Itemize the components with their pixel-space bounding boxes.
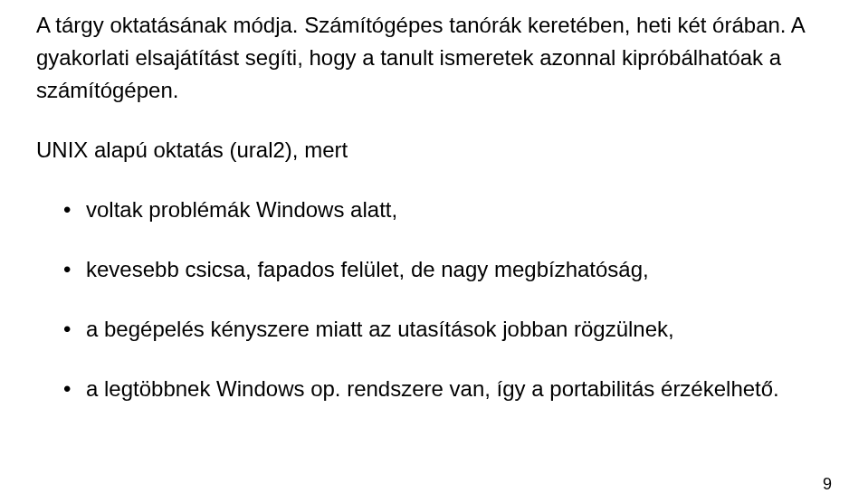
list-item: kevesebb csicsa, fapados felület, de nag…	[63, 253, 832, 286]
bullet-list: voltak problémák Windows alatt, kevesebb…	[36, 194, 832, 405]
list-item: a begépelés kényszere miatt az utasításo…	[63, 313, 832, 346]
subheading: UNIX alapú oktatás (ural2), mert	[36, 134, 832, 166]
list-item: voltak problémák Windows alatt,	[63, 194, 832, 226]
list-item: a legtöbbnek Windows op. rendszere van, …	[63, 373, 832, 405]
page-number: 9	[823, 475, 832, 494]
intro-paragraph: A tárgy oktatásának módja. Számítógépes …	[36, 9, 832, 107]
